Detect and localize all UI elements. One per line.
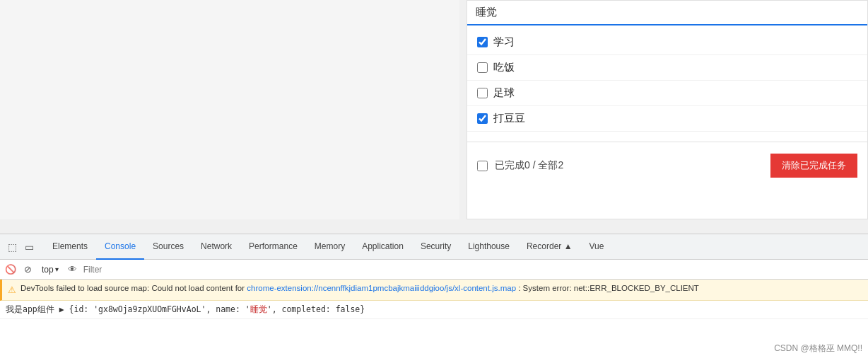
todo-checkbox-4[interactable] [477,113,488,124]
console-toolbar: 🚫 ⊘ top ▾ 👁 [0,260,868,280]
source-map-link[interactable]: chrome-extension://ncennffkjdiam1pmcbajk… [247,284,516,292]
devtools-panel: ⬚ ▭ Elements Console Sources Network Per… [0,234,868,356]
todo-footer: 已完成0 / 全部2 清除已完成任务 [467,148,867,183]
todo-list: 学习 吃饭 足球 打豆豆 [467,25,867,136]
list-item: 打豆豆 [467,106,867,132]
inspect-icon[interactable]: ⬚ [6,241,18,253]
filter-icon[interactable]: ⊘ [21,263,34,276]
console-warning-message: ⚠ DevTools failed to load source map: Co… [0,280,868,301]
devtools-tabs-bar: ⬚ ▭ Elements Console Sources Network Per… [0,234,868,260]
footer-left: 已完成0 / 全部2 [477,159,563,172]
tab-performance[interactable]: Performance [240,234,306,260]
todo-label-3: 足球 [493,86,515,100]
clear-console-icon[interactable]: 🚫 [4,263,17,276]
dropdown-arrow-icon: ▾ [55,265,59,273]
todo-label-1: 学习 [493,35,515,49]
todo-checkbox-1[interactable] [477,37,488,47]
tab-security[interactable]: Security [412,234,459,260]
tab-elements[interactable]: Elements [44,234,96,260]
clear-completed-button[interactable]: 清除已完成任务 [770,154,857,178]
list-item: 学习 [467,30,867,55]
tab-recorder[interactable]: Recorder ▲ [518,234,581,260]
eye-icon[interactable]: 👁 [66,263,79,276]
device-icon[interactable]: ▭ [23,241,35,253]
console-messages: ⚠ DevTools failed to load source map: Co… [0,280,868,356]
tab-memory[interactable]: Memory [306,234,353,260]
log-text: 我是app组件 ▶ {id: 'gx8wOja9zpXUOmFGHvAoL', … [6,304,365,316]
list-item: 足球 [467,81,867,106]
console-filter-input[interactable] [83,265,168,275]
todo-checkbox-3[interactable] [477,88,488,98]
list-item: 吃饭 [467,55,867,81]
tab-application[interactable]: Application [353,234,412,260]
todo-checkbox-2[interactable] [477,62,488,73]
left-panel [0,0,459,219]
tab-console[interactable]: Console [96,234,144,260]
divider [467,142,867,142]
console-log-message: 我是app组件 ▶ {id: 'gx8wOja9zpXUOmFGHvAoL', … [0,301,868,319]
tab-network[interactable]: Network [192,234,240,260]
warning-text: DevTools failed to load source map: Coul… [20,282,699,294]
watermark: CSDN @格格巫 MMQ!! [774,343,862,355]
todo-input[interactable]: 睡觉 [467,1,867,25]
todo-label-4: 打豆豆 [493,112,525,125]
warning-icon: ⚠ [8,283,16,297]
context-label: top [42,265,54,275]
tab-vue[interactable]: Vue [581,234,613,260]
todo-label-2: 吃饭 [493,61,515,74]
tab-sources[interactable]: Sources [144,234,192,260]
context-selector[interactable]: top ▾ [38,263,62,277]
devtools-icons: ⬚ ▭ [3,241,38,253]
select-all-checkbox[interactable] [477,161,488,171]
todo-app-panel: 睡觉 学习 吃饭 足球 打豆豆 已完成0 / 全部2 清除已完成任务 [467,0,868,219]
completion-status: 已完成0 / 全部2 [495,159,563,172]
tab-lighthouse[interactable]: Lighthouse [459,234,518,260]
